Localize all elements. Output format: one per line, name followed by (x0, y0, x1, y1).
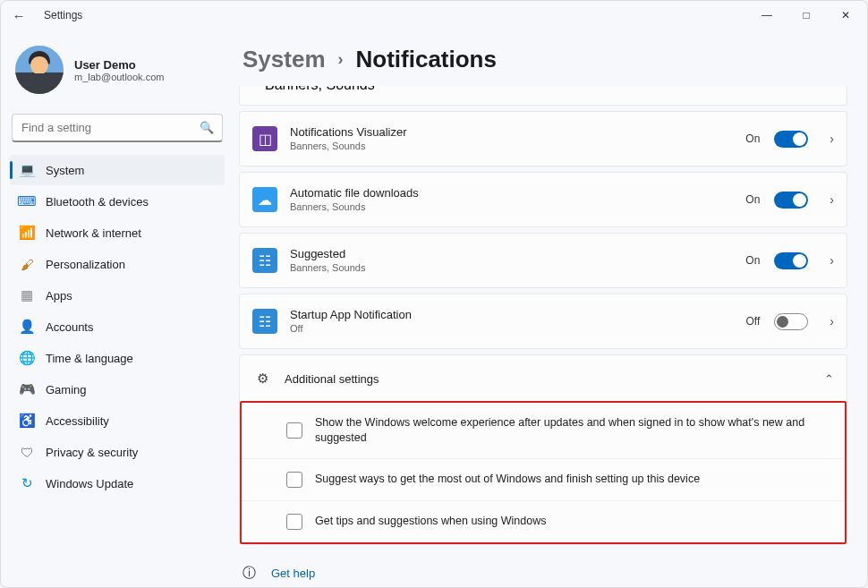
wifi-icon: 📶 (19, 225, 35, 241)
apps-icon: ▦ (19, 287, 35, 303)
highlighted-region: Show the Windows welcome experience afte… (240, 401, 847, 544)
chevron-right-icon: › (830, 253, 834, 268)
checkbox-label: Show the Windows welcome experience afte… (315, 415, 829, 446)
sidebar-item-personalization[interactable]: 🖌 Personalization (10, 249, 225, 279)
app-title: Suggested (290, 247, 733, 261)
sidebar-item-label: Personalization (46, 258, 125, 271)
app-title: Startup App Notification (290, 308, 734, 322)
sidebar-item-label: Accounts (46, 320, 93, 334)
sidebar-item-system[interactable]: 💻 System (10, 155, 225, 185)
get-help-link[interactable]: ⓘ Get help (243, 565, 847, 582)
toggle-state: Off (746, 315, 761, 328)
expander-label: Additional settings (285, 372, 812, 386)
checkbox-tips[interactable] (286, 514, 302, 530)
sidebar-item-gaming[interactable]: 🎮 Gaming (10, 374, 225, 405)
checkbox-row: Get tips and suggestions when using Wind… (242, 500, 845, 542)
sidebar-item-label: Time & language (46, 352, 133, 365)
toggle-state: On (745, 132, 760, 145)
toggle-switch[interactable] (774, 313, 808, 330)
back-button[interactable]: ← (3, 8, 35, 23)
gamepad-icon: 🎮 (19, 381, 35, 397)
sidebar-item-apps[interactable]: ▦ Apps (10, 280, 225, 311)
nav-list: 💻 System ⌨ Bluetooth & devices 📶 Network… (10, 155, 225, 499)
checkbox-row: Show the Windows welcome experience afte… (242, 403, 845, 458)
app-sub: Banners, Sounds (290, 141, 733, 152)
link-label: Get help (271, 567, 315, 580)
toggle-switch[interactable] (774, 131, 808, 148)
profile-block[interactable]: User Demo m_lab@outlook.com (10, 40, 225, 105)
grid-icon: ☷ (252, 309, 277, 334)
person-icon: 👤 (19, 319, 35, 335)
search-input[interactable] (12, 114, 223, 142)
sidebar-item-label: System (46, 164, 84, 177)
checkbox-row: Suggest ways to get the most out of Wind… (242, 458, 845, 500)
sidebar-item-privacy[interactable]: 🛡 Privacy & security (10, 437, 225, 467)
chevron-right-icon: › (830, 132, 834, 146)
additional-settings-expander: ⚙ Additional settings ⌃ Show the Windows… (239, 354, 847, 545)
system-icon: 💻 (19, 162, 35, 178)
avatar (15, 46, 64, 94)
sidebar-item-label: Gaming (46, 383, 87, 396)
app-notification-row[interactable]: Banners, Sounds › (239, 86, 847, 106)
checkbox-suggest-setup[interactable] (286, 472, 302, 488)
checkbox-label: Suggest ways to get the most out of Wind… (315, 472, 700, 487)
footer-links: ⓘ Get help 👤 Give feedback (239, 565, 847, 587)
sidebar-item-update[interactable]: ↻ Windows Update (10, 468, 225, 499)
sidebar-item-network[interactable]: 📶 Network & internet (10, 217, 225, 248)
checkbox-label: Get tips and suggestions when using Wind… (315, 514, 546, 529)
checkbox-welcome-experience[interactable] (286, 422, 302, 439)
grid-icon: ☷ (252, 248, 277, 273)
sidebar-item-accounts[interactable]: 👤 Accounts (10, 311, 225, 342)
gear-icon: ⚙ (252, 371, 272, 387)
toggle-switch[interactable] (774, 252, 808, 269)
sidebar-item-label: Accessibility (46, 414, 109, 428)
sidebar-item-label: Bluetooth & devices (46, 195, 149, 209)
sidebar-item-bluetooth[interactable]: ⌨ Bluetooth & devices (10, 186, 225, 217)
app-title: Automatic file downloads (290, 186, 733, 200)
app-sub: Banners, Sounds (290, 201, 733, 213)
app-title: Notifications Visualizer (290, 125, 733, 140)
chevron-right-icon: › (338, 50, 344, 69)
profile-email: m_lab@outlook.com (74, 72, 164, 82)
breadcrumb-parent[interactable]: System (243, 46, 326, 73)
toggle-switch[interactable] (774, 192, 808, 209)
toggle-state: On (745, 254, 760, 267)
globe-icon: 🌐 (19, 350, 35, 366)
app-notification-row[interactable]: ☷ Suggested Banners, Sounds On › (239, 233, 847, 288)
maximize-button[interactable]: □ (787, 1, 826, 30)
page-title: Notifications (356, 46, 497, 73)
sidebar-item-accessibility[interactable]: ♿ Accessibility (10, 405, 225, 436)
sidebar-item-label: Network & internet (46, 226, 141, 240)
app-icon: ◫ (252, 126, 277, 151)
brush-icon: 🖌 (19, 256, 35, 272)
help-icon: ⓘ (243, 565, 259, 582)
app-sub: Banners, Sounds (265, 86, 375, 93)
app-sub: Off (290, 323, 734, 335)
toggle-state: On (745, 193, 760, 206)
breadcrumb: System › Notifications (243, 46, 847, 73)
search-icon: 🔍 (200, 121, 214, 134)
expander-header[interactable]: ⚙ Additional settings ⌃ (240, 355, 847, 402)
shield-icon: 🛡 (19, 444, 35, 460)
search-box: 🔍 (12, 114, 223, 142)
titlebar: ← Settings — □ ✕ (1, 1, 867, 30)
app-notification-row[interactable]: ◫ Notifications Visualizer Banners, Soun… (239, 111, 847, 166)
bluetooth-icon: ⌨ (19, 193, 35, 209)
app-notification-row[interactable]: ☷ Startup App Notification Off Off › (239, 294, 847, 349)
sidebar-item-label: Apps (46, 289, 72, 303)
app-sub: Banners, Sounds (290, 262, 733, 274)
minimize-button[interactable]: — (747, 1, 787, 30)
main-content: System › Notifications Banners, Sounds › (234, 30, 867, 587)
cloud-icon: ☁ (252, 187, 277, 212)
svg-rect-1 (15, 72, 64, 94)
profile-name: User Demo (74, 58, 164, 72)
chevron-up-icon: ⌃ (824, 372, 834, 386)
sidebar-item-label: Windows Update (46, 477, 133, 490)
sidebar-item-time[interactable]: 🌐 Time & language (10, 343, 225, 373)
sidebar-item-label: Privacy & security (46, 446, 138, 459)
close-button[interactable]: ✕ (826, 1, 865, 30)
accessibility-icon: ♿ (19, 413, 35, 429)
chevron-right-icon: › (830, 192, 834, 207)
window-title: Settings (44, 9, 82, 21)
app-notification-row[interactable]: ☁ Automatic file downloads Banners, Soun… (239, 172, 847, 227)
